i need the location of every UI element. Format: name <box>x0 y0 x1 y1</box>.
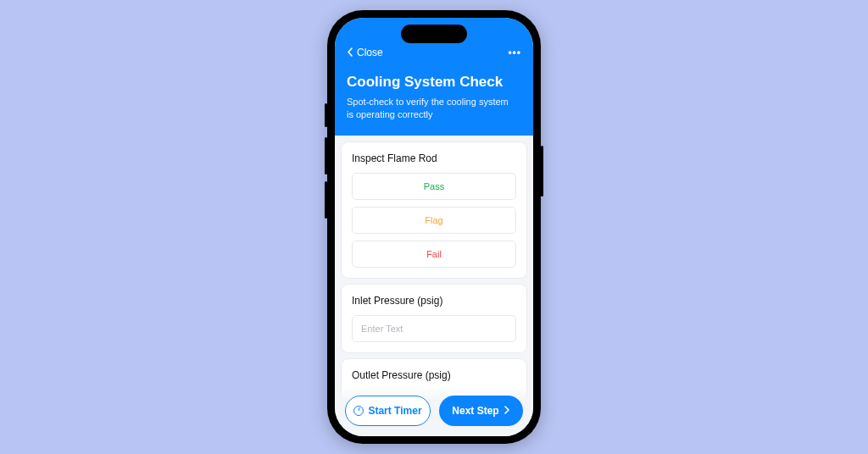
phone-side-button <box>541 146 543 197</box>
option-label: Pass <box>424 181 444 191</box>
start-timer-button[interactable]: Start Timer <box>345 396 431 426</box>
next-step-label: Next Step <box>452 405 498 417</box>
page-title: Cooling System Check <box>347 74 521 91</box>
phone-frame: Close ••• Cooling System Check Spot-chec… <box>327 10 541 444</box>
topbar: Close ••• <box>347 47 521 58</box>
card-inlet-pressure: Inlet Pressure (psig) <box>342 285 526 352</box>
option-fail[interactable]: Fail <box>352 241 516 268</box>
card-title: Outlet Pressure (psig) <box>352 369 516 381</box>
card-title: Inlet Pressure (psig) <box>352 295 516 307</box>
chevron-left-icon <box>347 47 353 58</box>
phone-side-button <box>325 103 327 127</box>
card-title: Inspect Flame Rod <box>352 152 516 164</box>
option-label: Flag <box>425 215 442 225</box>
inlet-pressure-input[interactable] <box>352 315 516 342</box>
option-label: Fail <box>426 249 442 259</box>
close-button[interactable]: Close <box>347 47 383 58</box>
next-step-button[interactable]: Next Step <box>439 396 523 426</box>
option-flag[interactable]: Flag <box>352 207 516 234</box>
timer-icon <box>353 406 364 416</box>
option-pass[interactable]: Pass <box>352 173 516 200</box>
footer-actions: Start Timer Next Step <box>335 387 533 436</box>
phone-screen: Close ••• Cooling System Check Spot-chec… <box>335 18 533 436</box>
start-timer-label: Start Timer <box>368 405 421 417</box>
chevron-right-icon <box>504 406 510 416</box>
phone-side-button <box>325 181 327 219</box>
close-label: Close <box>357 47 383 58</box>
card-inspect-flame-rod: Inspect Flame Rod Pass Flag Fail <box>342 142 526 278</box>
phone-notch <box>401 25 467 43</box>
more-menu-button[interactable]: ••• <box>508 47 521 58</box>
page-subtitle: Spot-check to verify the cooling system … <box>347 96 516 122</box>
phone-side-button <box>325 137 327 174</box>
